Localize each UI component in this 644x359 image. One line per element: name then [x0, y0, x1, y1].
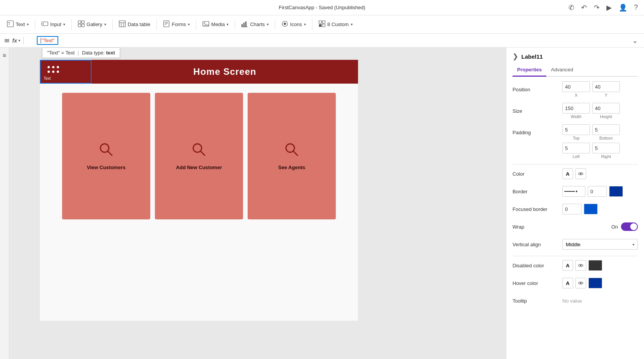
toolbar-item-gallery[interactable]: Gallery ▾: [74, 18, 110, 31]
prop-padding-lr: Left Right: [513, 143, 638, 159]
hover-color-eye-btn[interactable]: [575, 278, 586, 288]
card-view-customers[interactable]: View Customers: [62, 93, 150, 219]
card-label-2: Add New Customer: [176, 165, 222, 170]
vertical-align-select[interactable]: Middle ▾: [562, 239, 638, 250]
color-eye-btn[interactable]: [575, 168, 586, 179]
svg-rect-2: [42, 22, 48, 26]
undo-icon[interactable]: ↶: [581, 3, 587, 12]
wrap-toggle-group: On: [611, 222, 638, 231]
card-add-customer[interactable]: Add New Customer: [155, 93, 243, 219]
toolbar-media-label: Media: [211, 21, 225, 27]
search-icon-3: [284, 142, 299, 160]
svg-line-35: [200, 151, 205, 155]
drag-dots: [48, 66, 60, 74]
title-bar: FirstCanvasApp - Saved (Unpublished) ✆ ↶…: [0, 0, 644, 15]
border-values: ▾: [562, 186, 638, 197]
toolbar-item-text[interactable]: T Text ▾: [3, 18, 33, 31]
divider-4: [156, 19, 157, 30]
vertical-align-label: Vertical align: [513, 242, 562, 247]
position-x-group: X: [562, 81, 590, 97]
drag-dot: [57, 66, 59, 68]
play-icon[interactable]: ▶: [606, 3, 612, 12]
size-values: Width Height: [562, 103, 638, 119]
border-color-box[interactable]: [609, 186, 623, 197]
formula-expand-icon[interactable]: [3, 37, 11, 44]
size-height-input[interactable]: [592, 103, 620, 114]
formula-tooltip-left: "Text" = Text: [47, 50, 75, 56]
toolbar-item-icons[interactable]: Icons ▾: [278, 18, 310, 31]
user-icon[interactable]: 👤: [619, 3, 627, 12]
redo-icon[interactable]: ↷: [594, 3, 600, 12]
padding-bottom-input[interactable]: [592, 124, 620, 135]
padding-right-input[interactable]: [592, 143, 620, 153]
formula-dropdown-btn[interactable]: ⌄: [632, 36, 638, 45]
app-title: FirstCanvasApp - Saved (Unpublished): [279, 5, 365, 10]
toolbar-item-forms[interactable]: Forms ▾: [159, 18, 194, 31]
disabled-color-eye-btn[interactable]: [575, 260, 586, 271]
position-label: Position: [513, 87, 562, 92]
toolbar-item-media[interactable]: Media ▾: [199, 18, 232, 31]
prop-wrap: Wrap On: [513, 221, 638, 233]
position-values: X Y: [562, 81, 638, 97]
hover-color-box[interactable]: [588, 278, 602, 288]
border-width-input[interactable]: [588, 186, 607, 197]
position-y-input[interactable]: [592, 81, 620, 92]
tooltip-placeholder: No value: [562, 298, 638, 304]
size-width-input[interactable]: [562, 103, 590, 114]
label-box[interactable]: Text: [40, 60, 92, 84]
prop-position: Position X Y: [513, 81, 638, 97]
input-chevron: ▾: [63, 22, 65, 26]
svg-rect-25: [319, 21, 322, 23]
right-panel-header: ❯ Label11: [506, 48, 644, 61]
position-y-label: Y: [605, 93, 607, 97]
svg-rect-12: [164, 21, 169, 27]
media-toolbar-icon: [202, 20, 209, 29]
divider-props-2: [513, 256, 638, 256]
tab-properties[interactable]: Properties: [513, 64, 546, 77]
disabled-color-box[interactable]: [588, 260, 602, 271]
position-x-input[interactable]: [562, 81, 590, 92]
fx-chevron[interactable]: ▾: [18, 38, 20, 43]
toolbar-input-label: Input: [50, 21, 61, 27]
svg-point-38: [580, 173, 582, 175]
padding-top-input[interactable]: [562, 124, 590, 135]
right-panel-expand-icon[interactable]: ❯: [513, 52, 518, 61]
color-text-btn[interactable]: A: [562, 168, 573, 179]
focused-border-input[interactable]: [562, 204, 582, 214]
wrap-label: Wrap: [513, 224, 562, 230]
custom-chevron: ▾: [351, 22, 353, 26]
cards-container: View Customers Add New Customer See Agen…: [40, 84, 358, 229]
tab-advanced[interactable]: Advanced: [546, 64, 578, 77]
toolbar-item-custom[interactable]: 8 Custom ▾: [315, 18, 356, 31]
padding-left-input[interactable]: [562, 143, 590, 153]
focused-border-color-box[interactable]: [584, 204, 598, 214]
wrap-toggle[interactable]: [621, 222, 638, 231]
prop-focused-border: Focused border: [513, 203, 638, 215]
border-style-chevron: ▾: [576, 189, 578, 193]
toolbar-item-datatable[interactable]: Data table: [115, 18, 154, 31]
hover-color-text-btn[interactable]: A: [562, 278, 573, 288]
help-icon[interactable]: ?: [634, 3, 638, 12]
text-chevron: ▾: [27, 22, 29, 26]
toggle-knob: [630, 223, 637, 230]
padding-bottom-group: Bottom: [592, 124, 620, 140]
toolbar-item-input[interactable]: Input ▾: [38, 18, 69, 31]
divider-7: [275, 19, 275, 30]
card-see-agents[interactable]: See Agents: [248, 93, 336, 219]
right-panel: ❯ Label11 Properties Advanced Position X: [506, 48, 644, 359]
card-label-3: See Agents: [278, 165, 305, 170]
formula-value-input[interactable]: "Text": [37, 36, 58, 45]
svg-rect-20: [243, 23, 245, 27]
sidebar-menu-icon[interactable]: ≡: [1, 51, 8, 61]
fx-label: fx: [12, 38, 17, 44]
toolbar-item-charts[interactable]: Charts ▾: [237, 18, 272, 31]
svg-rect-5: [82, 21, 84, 23]
size-height-group: Height: [592, 103, 620, 119]
disabled-color-text-btn[interactable]: A: [562, 260, 573, 271]
phone-icon[interactable]: ✆: [568, 3, 574, 12]
svg-rect-19: [242, 24, 243, 27]
size-width-group: Width: [562, 103, 590, 119]
border-style-select[interactable]: ▾: [562, 186, 585, 197]
disabled-color-label: Disabled color: [513, 263, 562, 268]
svg-line-33: [108, 151, 112, 155]
